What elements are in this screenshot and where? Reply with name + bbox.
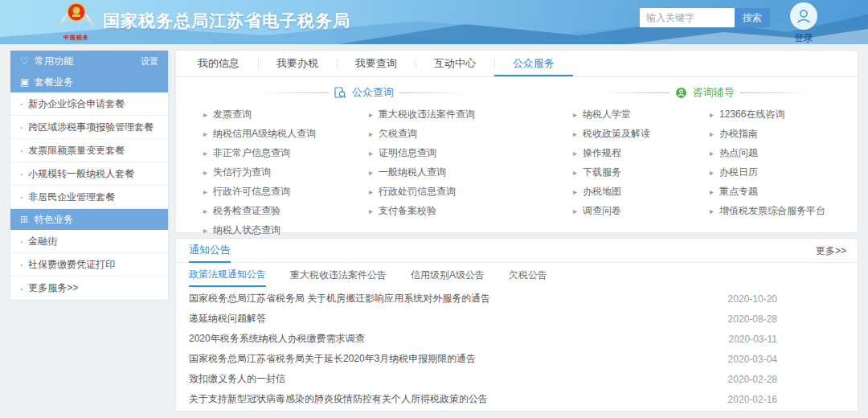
link-general-taxpayer-query[interactable]: 一般纳税人查询 (369, 162, 525, 182)
sidebar-item-small-scale[interactable]: 小规模转一般纳税人套餐 (10, 162, 168, 186)
tab-tax-handling[interactable]: 我要办税 (258, 51, 337, 76)
sidebar-group-label: 常用功能 (35, 55, 73, 68)
link-12366-online-consult[interactable]: 12366在线咨询 (710, 104, 858, 124)
consult-section: 咨询辅导 纳税人学堂 税收政策及解读 操作规程 下载服务 办税地图 调查问卷 1… (552, 84, 858, 240)
search-button[interactable]: 搜索 (735, 8, 770, 27)
top-banner: 中国税务 国家税务总局江苏省电子税务局 搜索 登录 (0, 0, 868, 44)
sidebar-item-new-enterprise[interactable]: 新办企业综合申请套餐 (10, 92, 168, 116)
tab-public-service[interactable]: 公众服务 (494, 51, 573, 76)
arrow-icon (369, 129, 373, 138)
link-tax-guide[interactable]: 办税指南 (710, 124, 858, 143)
link-key-topics[interactable]: 重点专题 (710, 182, 858, 201)
notice-title-tab[interactable]: 通知公告 (189, 239, 231, 263)
link-taxpayer-school[interactable]: 纳税人学堂 (573, 104, 710, 124)
divider (399, 92, 470, 93)
sidebar-item-label: 更多服务>> (28, 281, 78, 295)
arrow-icon (203, 226, 207, 235)
sidebar-group-package-business[interactable]: ▣ 套餐业务 (10, 72, 168, 92)
arrow-icon (573, 110, 577, 119)
public-query-title: 公众查询 (352, 85, 394, 100)
public-service-content: 公众查询 发票查询 纳税信用A级纳税人查询 非正常户信息查询 失信行为查询 行政… (176, 77, 858, 240)
notice-list: 国家税务总局江苏省税务局 关于机房搬迁影响应用系统对外服务的通告 2020-10… (176, 287, 858, 409)
link-payment-record-check[interactable]: 支付备案校验 (369, 201, 525, 220)
link-taxpayer-status-query[interactable]: 纳税人状态查询 (203, 220, 369, 240)
notice-tabbar: 政策法规通知公告 重大税收违法案件公告 信用级别A级公告 欠税公告 (176, 263, 858, 287)
sidebar-group-special-business[interactable]: ⊞ 特色业务 (10, 209, 168, 230)
login-area[interactable]: 登录 (786, 2, 821, 44)
link-tax-map[interactable]: 办税地图 (573, 182, 710, 201)
notice-item-date: 2020-10-20 (728, 293, 777, 305)
avatar[interactable] (790, 2, 817, 30)
login-link[interactable]: 登录 (786, 31, 821, 44)
sidebar-item-more-services[interactable]: 更多服务>> (10, 277, 168, 300)
link-tax-calendar[interactable]: 办税日历 (710, 162, 858, 182)
notice-item[interactable]: 递延纳税问题解答 2020-08-28 (176, 309, 858, 329)
more-link[interactable]: 更多>> (816, 239, 846, 263)
notice-tab-major-violation[interactable]: 重大税收违法案件公告 (290, 264, 387, 286)
arrow-icon (573, 187, 577, 196)
header-search: 搜索 (640, 8, 770, 27)
notice-item[interactable]: 2020年税务系统纳税人办税缴费需求调查 2020-03-11 (176, 329, 858, 349)
sidebar-item-cross-region[interactable]: 跨区域涉税事项报验管理套餐 (10, 116, 168, 139)
sidebar-item-social-insurance-print[interactable]: 社保费缴费凭证打印 (10, 253, 168, 277)
sidebar-item-label: 发票限额票量变更套餐 (28, 144, 125, 158)
sidebar-item-nonresident[interactable]: 非居民企业管理套餐 (10, 186, 168, 209)
arrow-icon (573, 168, 577, 177)
arrow-icon (203, 207, 207, 215)
link-tax-arrears-query[interactable]: 欠税查询 (369, 124, 525, 143)
tab-interaction-center[interactable]: 互动中心 (416, 51, 494, 76)
link-survey-questionnaire[interactable]: 调查问卷 (573, 201, 710, 220)
link-invoice-query[interactable]: 发票查询 (203, 104, 369, 124)
arrow-icon (710, 187, 714, 196)
notice-item-title: 递延纳税问题解答 (189, 312, 728, 326)
search-input[interactable] (640, 8, 735, 27)
divider (258, 92, 329, 93)
sidebar-item-invoice-limit[interactable]: 发票限额票量变更套餐 (10, 139, 168, 162)
arrow-icon (203, 149, 207, 158)
arrow-icon (369, 187, 373, 196)
link-dishonesty-query[interactable]: 失信行为查询 (203, 162, 369, 182)
link-admin-license-query[interactable]: 行政许可信息查询 (203, 182, 369, 201)
divider (599, 92, 669, 93)
link-major-violation-query[interactable]: 重大税收违法案件查询 (369, 104, 525, 124)
notice-item-date: 2020-02-16 (728, 394, 777, 405)
notice-item[interactable]: 关于支持新型冠状病毒感染的肺炎疫情防控有关个人所得税政策的公告 2020-02-… (176, 389, 858, 409)
link-vat-invoice-platform[interactable]: 增值税发票综合服务平台 (710, 201, 858, 220)
bullet-icon (20, 168, 28, 179)
notice-tab-policy[interactable]: 政策法规通知公告 (189, 263, 266, 287)
link-admin-penalty-query[interactable]: 行政处罚信息查询 (369, 182, 525, 201)
link-download-service[interactable]: 下载服务 (573, 162, 710, 182)
notice-tab-tax-arrears[interactable]: 欠税公告 (509, 264, 547, 286)
link-certificate-info-query[interactable]: 证明信息查询 (369, 143, 525, 162)
notice-item-title: 2020年税务系统纳税人办税缴费需求调查 (189, 332, 729, 346)
arrow-icon (203, 110, 207, 119)
notice-item[interactable]: 致扣缴义务人的一封信 2020-02-28 (176, 369, 858, 389)
link-credit-a-taxpayer-query[interactable]: 纳税信用A级纳税人查询 (203, 124, 369, 143)
notice-item-title: 国家税务总局江苏省税务局 关于机房搬迁影响应用系统对外服务的通告 (189, 292, 728, 305)
sidebar-group-common-functions[interactable]: ♡ 常用功能 设置 (10, 51, 168, 72)
notice-item[interactable]: 国家税务总局江苏省税务局关于延长2020年3月纳税申报期限的通告 2020-03… (176, 349, 858, 369)
notice-item-title: 关于支持新型冠状病毒感染的肺炎疫情防控有关个人所得税政策的公告 (189, 392, 728, 406)
bullet-icon (20, 236, 28, 247)
bullet-icon (20, 259, 28, 270)
grid-icon: ⊞ (20, 214, 35, 225)
link-operation-procedures[interactable]: 操作规程 (573, 143, 710, 162)
arrow-icon (710, 168, 714, 177)
link-inspection-cert-check[interactable]: 税务检查证查验 (203, 201, 369, 220)
notice-item[interactable]: 国家税务总局江苏省税务局 关于机房搬迁影响应用系统对外服务的通告 2020-10… (176, 289, 858, 309)
sidebar-item-label: 社保费缴费凭证打印 (28, 258, 115, 272)
link-abnormal-account-query[interactable]: 非正常户信息查询 (203, 143, 369, 162)
notice-item-title: 致扣缴义务人的一封信 (189, 372, 728, 386)
arrow-icon (710, 110, 714, 119)
tab-my-query[interactable]: 我要查询 (337, 51, 416, 76)
link-hot-issues[interactable]: 热点问题 (710, 143, 858, 162)
public-query-links: 发票查询 纳税信用A级纳税人查询 非正常户信息查询 失信行为查询 行政许可信息查… (176, 101, 552, 240)
link-tax-policy-interpretation[interactable]: 税收政策及解读 (573, 124, 710, 143)
tab-my-info[interactable]: 我的信息 (179, 51, 258, 76)
arrow-icon (203, 168, 207, 177)
divider (740, 92, 811, 93)
settings-link[interactable]: 设置 (141, 55, 158, 68)
arrow-icon (710, 207, 714, 215)
notice-tab-credit-a[interactable]: 信用级别A级公告 (411, 264, 485, 286)
sidebar-item-financial-street[interactable]: 金融街 (10, 230, 168, 253)
